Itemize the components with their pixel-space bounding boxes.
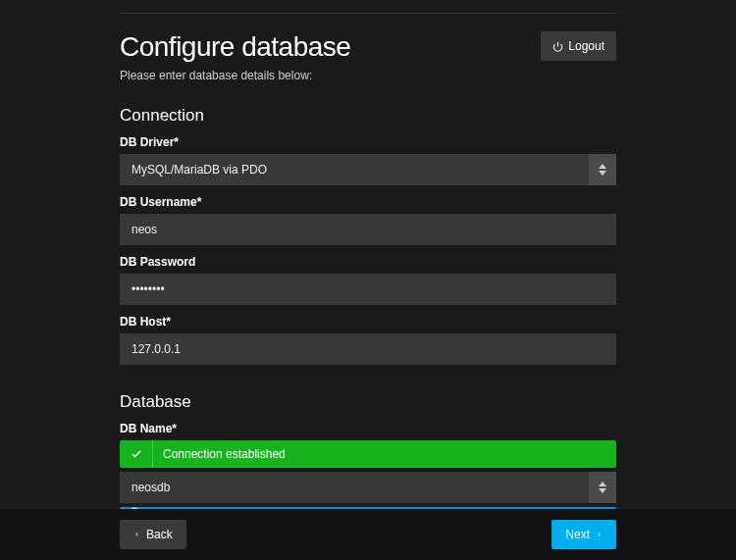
chevron-right-icon [596,530,603,539]
connection-alert: Connection established [120,440,616,468]
db-name-label: DB Name* [120,422,616,435]
logout-label: Logout [568,39,605,53]
db-password-label: DB Password [120,255,616,269]
main-content: Configure database Please enter database… [0,0,736,553]
db-driver-select[interactable] [120,154,616,185]
back-button[interactable]: Back [120,520,186,549]
next-label: Next [565,528,590,541]
db-host-label: DB Host* [120,315,616,329]
db-host-input[interactable] [120,333,616,365]
next-button[interactable]: Next [552,520,616,549]
db-username-label: DB Username* [120,195,616,209]
top-divider [120,13,616,14]
db-driver-label: DB Driver* [120,135,616,149]
section-database-title: Database [120,392,616,412]
section-connection-title: Connection [120,106,616,126]
connection-alert-text: Connection established [153,447,286,461]
db-driver-value[interactable] [120,154,616,185]
check-icon [120,440,153,468]
page-subtitle: Please enter database details below: [120,69,350,82]
power-icon [552,41,563,52]
db-password-input[interactable] [120,274,616,305]
header-row: Configure database Please enter database… [120,31,616,82]
back-label: Back [146,528,173,541]
footer-bar: Back Next [0,509,736,560]
logout-button[interactable]: Logout [541,31,616,61]
db-name-value[interactable] [120,472,616,503]
db-name-select[interactable] [120,472,616,503]
db-username-input[interactable] [120,214,616,245]
page-title: Configure database [120,31,350,63]
chevron-left-icon [133,530,140,539]
